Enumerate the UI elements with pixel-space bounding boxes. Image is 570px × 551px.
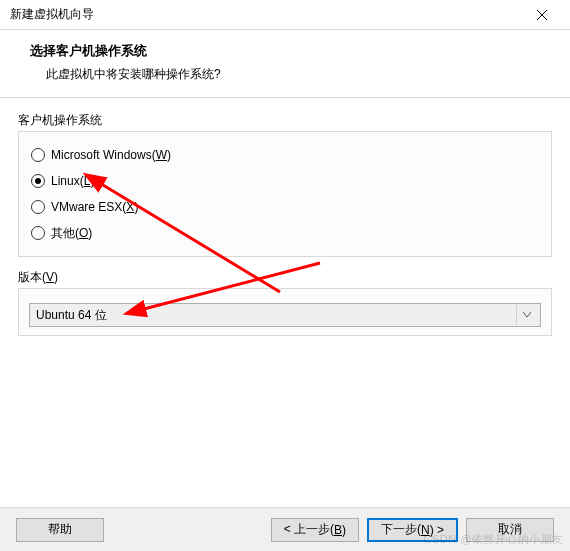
radio-other[interactable]: 其他(O) — [31, 220, 539, 246]
titlebar: 新建虚拟机向导 — [0, 0, 570, 30]
radio-icon — [31, 226, 45, 240]
radio-label: 其他(O) — [51, 225, 92, 242]
button-bar: 帮助 < 上一步(B) 下一步(N) > 取消 — [0, 507, 570, 551]
version-select[interactable]: Ubuntu 64 位 — [29, 303, 541, 327]
cancel-button[interactable]: 取消 — [466, 518, 554, 542]
radio-label: Linux(L) — [51, 174, 94, 188]
next-button[interactable]: 下一步(N) > — [367, 518, 458, 542]
header-subtitle: 此虚拟机中将安装哪种操作系统? — [30, 66, 560, 83]
radio-icon — [31, 200, 45, 214]
radio-icon — [31, 148, 45, 162]
os-group-label: 客户机操作系统 — [18, 112, 552, 129]
header-title: 选择客户机操作系统 — [30, 42, 560, 60]
version-select-value: Ubuntu 64 位 — [36, 307, 107, 324]
radio-label: Microsoft Windows(W) — [51, 148, 171, 162]
chevron-down-icon — [516, 305, 536, 325]
close-icon — [537, 10, 547, 20]
help-button[interactable]: 帮助 — [16, 518, 104, 542]
radio-icon — [31, 174, 45, 188]
os-group-box: Microsoft Windows(W) Linux(L) VMware ESX… — [18, 131, 552, 257]
back-button[interactable]: < 上一步(B) — [271, 518, 359, 542]
wizard-content: 客户机操作系统 Microsoft Windows(W) Linux(L) VM… — [0, 98, 570, 336]
version-group-box: Ubuntu 64 位 — [18, 288, 552, 336]
window-title: 新建虚拟机向导 — [10, 6, 94, 23]
radio-vmware-esx[interactable]: VMware ESX(X) — [31, 194, 539, 220]
radio-label: VMware ESX(X) — [51, 200, 138, 214]
radio-linux[interactable]: Linux(L) — [31, 168, 539, 194]
radio-windows[interactable]: Microsoft Windows(W) — [31, 142, 539, 168]
version-group-label: 版本(V) — [18, 269, 552, 286]
wizard-header: 选择客户机操作系统 此虚拟机中将安装哪种操作系统? — [0, 30, 570, 98]
close-button[interactable] — [522, 1, 562, 29]
